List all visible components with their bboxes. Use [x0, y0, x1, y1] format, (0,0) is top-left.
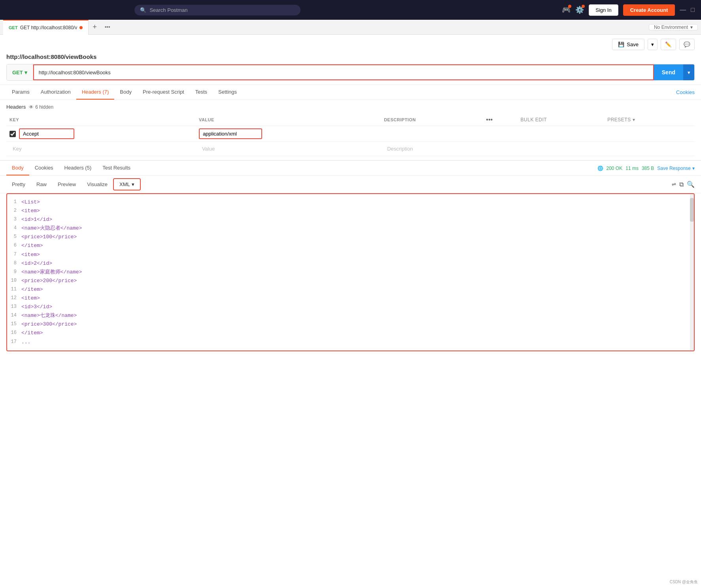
- xml-text: <id>1</id>: [21, 215, 52, 224]
- col-more: •••: [483, 114, 517, 126]
- tab-more-button[interactable]: •••: [101, 24, 114, 30]
- method-label: GET: [12, 70, 23, 75]
- topbar-right: 🎮 ⚙️ Sign In Create Account — □: [562, 4, 695, 16]
- environment-selector[interactable]: No Environment ▾: [649, 24, 698, 30]
- xml-line: 5 <price>100</price>: [7, 233, 694, 241]
- tab-headers[interactable]: Headers (7): [76, 85, 115, 100]
- request-bar-wrapper: 💾 Save ▾ ✏️ 💬 http://localhost:8080/view…: [0, 35, 701, 85]
- tab-item-active[interactable]: GET GET http://localhost:8080/v: [3, 20, 89, 35]
- xml-text: <id>2</id>: [21, 259, 52, 268]
- url-input[interactable]: [33, 64, 654, 80]
- presets-chevron-icon: ▾: [633, 117, 635, 122]
- xml-text: </item>: [21, 329, 43, 337]
- send-button[interactable]: Send: [654, 64, 683, 80]
- header-row-1: [6, 126, 695, 142]
- header-value-input[interactable]: [199, 128, 262, 139]
- search-response-button[interactable]: 🔍: [687, 181, 695, 188]
- xml-line: 16 </item>: [7, 329, 694, 337]
- response-status: 🌐 200 OK 11 ms 385 B Save Response ▾: [597, 166, 695, 171]
- xml-text: <item>: [21, 207, 40, 215]
- xml-text: ...: [21, 338, 30, 347]
- col-value: VALUE: [196, 114, 381, 126]
- xml-line: 15 <price>300</price>: [7, 320, 694, 329]
- line-number: 15: [7, 320, 21, 329]
- tab-body[interactable]: Body: [114, 85, 137, 100]
- settings-icon-btn[interactable]: ⚙️: [575, 6, 584, 14]
- line-number: 10: [7, 277, 21, 285]
- line-number: 5: [7, 233, 21, 241]
- xml-text: <item>: [21, 251, 40, 259]
- topbar-search[interactable]: 🔍 Search Postman: [134, 5, 300, 15]
- headers-more-button[interactable]: •••: [486, 116, 493, 123]
- status-size: 385 B: [642, 166, 654, 171]
- resp-tab-headers[interactable]: Headers (5): [59, 161, 97, 175]
- line-number: 14: [7, 311, 21, 320]
- format-actions: ⇌ ⧉ 🔍: [672, 181, 695, 188]
- xml-text: <name>火隐忍者</name>: [21, 224, 82, 233]
- maximize-button[interactable]: □: [691, 6, 695, 13]
- comment-button[interactable]: 💬: [679, 39, 695, 50]
- method-selector[interactable]: GET ▾: [7, 64, 33, 80]
- xml-line: 6 </item>: [7, 241, 694, 250]
- xml-text: <price>100</price>: [21, 233, 77, 241]
- line-number: 3: [7, 215, 21, 224]
- fmt-tab-pretty[interactable]: Pretty: [6, 179, 31, 190]
- xml-scrollbar[interactable]: [690, 194, 694, 351]
- headers-title: Headers: [6, 104, 26, 110]
- resp-tab-test-results[interactable]: Test Results: [97, 161, 136, 175]
- tabbar: GET GET http://localhost:8080/v + ••• No…: [0, 20, 701, 35]
- xml-text: </item>: [21, 241, 43, 250]
- tab-tests[interactable]: Tests: [190, 85, 213, 100]
- xml-text: </item>: [21, 285, 43, 294]
- xml-line: 2 <item>: [7, 207, 694, 215]
- col-presets: Presets ▾: [604, 114, 695, 126]
- header-desc-placeholder: Description: [384, 144, 416, 153]
- search-placeholder: Search Postman: [149, 7, 187, 13]
- xml-line: 10 <price>200</price>: [7, 277, 694, 285]
- request-bar: GET ▾ Send ▾: [6, 64, 695, 81]
- save-button[interactable]: 💾 Save: [612, 39, 644, 50]
- xml-text: <name>家庭教师</name>: [21, 268, 82, 277]
- save-response-button[interactable]: Save Response ▾: [657, 166, 695, 171]
- hidden-badge: 👁 6 hidden: [29, 104, 53, 110]
- edit-button[interactable]: ✏️: [661, 39, 676, 50]
- col-key: KEY: [6, 114, 196, 126]
- fmt-tab-visualize[interactable]: Visualize: [81, 179, 113, 190]
- minimize-button[interactable]: —: [680, 6, 686, 13]
- line-number: 12: [7, 294, 21, 303]
- top-actions: 💾 Save ▾ ✏️ 💬: [6, 39, 695, 50]
- activity-icon-btn[interactable]: 🎮: [562, 6, 571, 14]
- presets-button[interactable]: Presets ▾: [607, 117, 692, 122]
- tab-pre-request-script[interactable]: Pre-request Script: [137, 85, 190, 100]
- tab-authorization[interactable]: Authorization: [35, 85, 76, 100]
- create-account-button[interactable]: Create Account: [623, 4, 675, 16]
- header-checkbox[interactable]: [9, 131, 16, 137]
- xml-line: 4 <name>火隐忍者</name>: [7, 224, 694, 233]
- save-dropdown-button[interactable]: ▾: [648, 39, 658, 50]
- headers-label: Headers 👁 6 hidden: [6, 104, 695, 110]
- env-label: No Environment: [654, 24, 688, 30]
- header-key-input[interactable]: [19, 128, 74, 139]
- signin-button[interactable]: Sign In: [589, 4, 618, 16]
- tab-add-button[interactable]: +: [89, 23, 101, 31]
- fmt-tab-preview[interactable]: Preview: [52, 179, 81, 190]
- send-dropdown-button[interactable]: ▾: [683, 64, 694, 80]
- resp-tab-body[interactable]: Body: [6, 161, 29, 175]
- response-tabs-bar: Body Cookies Headers (5) Test Results 🌐 …: [0, 161, 701, 176]
- tab-cookies[interactable]: Cookies: [676, 85, 695, 99]
- headers-section: Headers 👁 6 hidden KEY VALUE DESCRIPTION…: [0, 100, 701, 160]
- wrap-button[interactable]: ⇌: [672, 181, 676, 188]
- tab-params[interactable]: Params: [6, 85, 35, 100]
- fmt-tab-raw[interactable]: Raw: [31, 179, 52, 190]
- tab-settings[interactable]: Settings: [213, 85, 242, 100]
- xml-line: 14 <name>七龙珠</name>: [7, 311, 694, 320]
- xml-text: <id>3</id>: [21, 303, 52, 311]
- resp-tab-cookies[interactable]: Cookies: [29, 161, 59, 175]
- xml-line: 17 ...: [7, 338, 694, 347]
- copy-button[interactable]: ⧉: [679, 181, 684, 188]
- fmt-tab-xml[interactable]: XML ▾: [113, 178, 141, 190]
- status-time: 11 ms: [625, 166, 639, 171]
- header-row-empty: Key Value Description: [6, 142, 695, 156]
- tab-method-label: GET: [9, 25, 18, 30]
- bulk-edit-button[interactable]: Bulk Edit: [521, 117, 547, 122]
